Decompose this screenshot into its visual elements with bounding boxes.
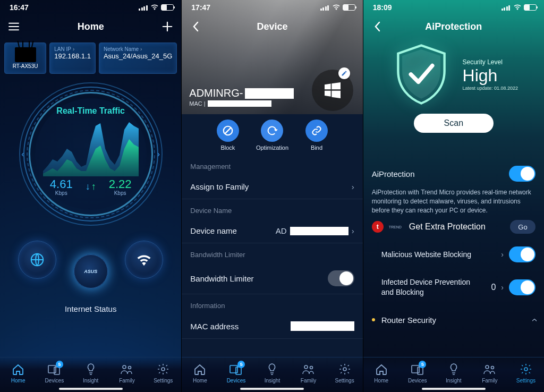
devices-badge: 5 xyxy=(56,361,63,368)
row-router-security[interactable]: Router Security › xyxy=(372,304,536,326)
traffic-title: Real-Time Traffic xyxy=(56,106,125,116)
optimization-button[interactable]: Optimization xyxy=(256,120,288,151)
chevron-right-icon: › xyxy=(352,226,354,235)
screen-aiprotection: 18:09 AiProtection Security Level High L… xyxy=(363,0,544,392)
cellular-signal-icon xyxy=(139,5,148,11)
lan-ip-card[interactable]: LAN IP› 192.168.1.1 xyxy=(49,42,96,74)
router-card[interactable]: RT-AX53U xyxy=(4,42,46,74)
infected-toggle[interactable] xyxy=(509,279,536,295)
tab-insight[interactable]: Insight xyxy=(436,357,472,388)
network-name-label: Network Name xyxy=(104,46,139,52)
internet-status-label: Internet Status xyxy=(0,304,181,313)
family-icon xyxy=(482,362,497,376)
row-bandwidth-limiter[interactable]: Bandwidth Limiter xyxy=(182,263,362,294)
device-actions: Block Optimization Bind xyxy=(182,114,362,155)
status-time: 16:47 xyxy=(10,3,29,12)
home-indicator xyxy=(422,388,486,390)
infected-count: 0 xyxy=(491,283,496,292)
internet-globe-button[interactable] xyxy=(18,241,56,279)
chevron-right-icon: › xyxy=(501,250,504,259)
tab-insight[interactable]: Insight xyxy=(254,357,290,388)
home-topbar: Home xyxy=(0,15,181,38)
tab-family[interactable]: Family xyxy=(472,357,508,388)
svg-point-15 xyxy=(491,366,494,369)
status-dot-icon xyxy=(372,318,375,321)
trendmicro-logo-icon: t xyxy=(372,221,384,233)
gear-icon xyxy=(157,362,169,376)
aiprotection-toggle[interactable] xyxy=(509,166,536,182)
go-button[interactable]: Go xyxy=(510,220,536,234)
insight-icon xyxy=(86,362,96,376)
chevron-right-icon: › xyxy=(352,182,354,191)
redacted-block xyxy=(245,88,293,99)
home-indicator xyxy=(240,388,304,390)
chevron-right-icon: › xyxy=(140,46,142,52)
router-model: RT-AX53U xyxy=(13,63,38,70)
tab-insight[interactable]: Insight xyxy=(73,357,109,388)
scan-button[interactable]: Scan xyxy=(414,114,494,133)
download-speed: 4.61 xyxy=(50,177,73,191)
traffic-next-icon[interactable]: › xyxy=(154,149,164,159)
tab-home[interactable]: Home xyxy=(182,357,218,388)
network-name-value: Asus_24/Asus_24_5G xyxy=(104,52,172,61)
home-icon xyxy=(375,362,388,376)
insight-icon xyxy=(267,362,277,376)
asus-logo-button[interactable]: ASUS xyxy=(74,254,108,288)
section-information: Information xyxy=(182,294,362,314)
status-bar: 16:47 xyxy=(0,0,181,15)
home-icon xyxy=(193,362,206,376)
row-device-name[interactable]: Device nameAD› xyxy=(182,219,362,243)
screen-home: 16:47 Home RT-AX53U LAN IP› 192.168.1.1 … xyxy=(0,0,181,392)
add-icon[interactable] xyxy=(160,19,175,34)
edit-device-icon[interactable] xyxy=(338,67,350,79)
page-title: Device xyxy=(257,21,287,32)
tab-devices[interactable]: 5Devices xyxy=(400,357,436,388)
malicious-toggle[interactable] xyxy=(509,246,536,262)
menu-icon[interactable] xyxy=(6,19,21,34)
device-mac-line: MAC | xyxy=(189,100,293,107)
bind-button[interactable]: Bind xyxy=(305,120,328,151)
tab-settings[interactable]: Settings xyxy=(327,357,363,388)
device-name-heading: ADMINRG- xyxy=(189,87,293,99)
svg-point-3 xyxy=(123,365,126,369)
cellular-signal-icon xyxy=(320,5,330,11)
row-infected-prevention[interactable]: Infected Device Prevention and Blocking … xyxy=(372,270,536,304)
gear-icon xyxy=(520,362,532,376)
tab-family[interactable]: Family xyxy=(109,357,145,388)
status-bar: 17:47 xyxy=(182,0,362,15)
redacted-block xyxy=(290,227,348,235)
row-assign-family[interactable]: Assign to Family› xyxy=(182,175,362,199)
windows-os-icon xyxy=(312,70,353,111)
aiprotection-toggle-label: AiProtection xyxy=(372,169,415,178)
row-malicious-blocking[interactable]: Malicious Website Blocking › xyxy=(372,239,536,270)
tab-bar: Home 5Devices Insight Family Settings xyxy=(363,357,544,392)
svg-point-5 xyxy=(162,368,165,371)
redacted-block xyxy=(208,100,271,107)
traffic-prev-icon[interactable]: ‹ xyxy=(18,149,28,159)
family-icon xyxy=(301,362,316,376)
security-level-label: Security Level xyxy=(463,58,518,66)
shield-check-icon xyxy=(389,42,453,106)
wifi-icon xyxy=(332,3,341,12)
tab-family[interactable]: Family xyxy=(291,357,327,388)
chevron-right-icon: › xyxy=(501,283,504,292)
block-button[interactable]: Block xyxy=(217,120,239,151)
section-device-name: Device Name xyxy=(182,199,362,219)
chevron-up-icon: › xyxy=(528,318,540,322)
wifi-button[interactable] xyxy=(125,241,163,279)
tab-settings[interactable]: Settings xyxy=(508,357,544,388)
traffic-dial: ‹ › Real-Time Traffic 4.61 Kbps xyxy=(19,82,163,226)
tab-settings[interactable]: Settings xyxy=(145,357,181,388)
home-indicator xyxy=(59,388,123,390)
get-extra-protection-row[interactable]: t TREND Get Extra Protection Go xyxy=(372,215,536,239)
tab-home[interactable]: Home xyxy=(363,357,400,388)
tab-devices[interactable]: 5Devices xyxy=(36,357,72,388)
chevron-right-icon: › xyxy=(73,46,74,52)
network-name-card[interactable]: Network Name› Asus_24/Asus_24_5G xyxy=(99,42,177,74)
back-icon[interactable] xyxy=(370,19,385,34)
tab-home[interactable]: Home xyxy=(0,357,36,388)
back-icon[interactable] xyxy=(188,19,203,34)
tab-devices[interactable]: 5Devices xyxy=(218,357,254,388)
svg-point-14 xyxy=(486,365,489,369)
bandwidth-toggle[interactable] xyxy=(328,270,354,286)
